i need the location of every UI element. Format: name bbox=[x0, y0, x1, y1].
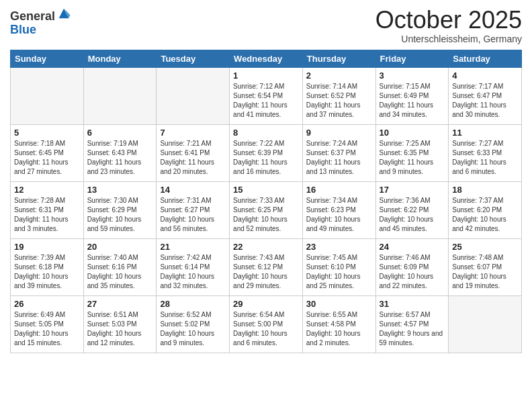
month-title: October 2025 bbox=[375, 7, 522, 34]
day-number: 28 bbox=[160, 299, 226, 309]
calendar-cell: 2Sunrise: 7:14 AM Sunset: 6:52 PM Daylig… bbox=[302, 67, 375, 124]
day-info: Sunrise: 7:24 AM Sunset: 6:37 PM Dayligh… bbox=[306, 139, 372, 177]
header-tuesday: Tuesday bbox=[157, 50, 230, 67]
calendar-week-2: 5Sunrise: 7:18 AM Sunset: 6:45 PM Daylig… bbox=[11, 124, 522, 181]
calendar-cell: 17Sunrise: 7:36 AM Sunset: 6:22 PM Dayli… bbox=[375, 181, 449, 238]
day-number: 26 bbox=[14, 299, 80, 309]
day-info: Sunrise: 7:18 AM Sunset: 6:45 PM Dayligh… bbox=[14, 139, 80, 177]
calendar-week-4: 19Sunrise: 7:39 AM Sunset: 6:18 PM Dayli… bbox=[11, 238, 522, 295]
logo-blue: Blue bbox=[10, 24, 71, 37]
day-number: 16 bbox=[306, 185, 372, 195]
calendar-week-5: 26Sunrise: 6:49 AM Sunset: 5:05 PM Dayli… bbox=[11, 295, 522, 353]
calendar-cell bbox=[157, 67, 230, 124]
day-number: 3 bbox=[380, 71, 445, 81]
header-saturday: Saturday bbox=[449, 50, 522, 67]
day-number: 22 bbox=[233, 242, 299, 252]
calendar-table: SundayMondayTuesdayWednesdayThursdayFrid… bbox=[10, 50, 522, 353]
day-number: 5 bbox=[14, 128, 80, 138]
calendar-cell: 18Sunrise: 7:37 AM Sunset: 6:20 PM Dayli… bbox=[449, 181, 522, 238]
calendar-cell: 28Sunrise: 6:52 AM Sunset: 5:02 PM Dayli… bbox=[157, 295, 230, 353]
header-thursday: Thursday bbox=[302, 50, 375, 67]
calendar-cell: 1Sunrise: 7:12 AM Sunset: 6:54 PM Daylig… bbox=[230, 67, 303, 124]
day-info: Sunrise: 7:46 AM Sunset: 6:09 PM Dayligh… bbox=[380, 253, 445, 291]
title-block: October 2025 Unterschleissheim, Germany bbox=[375, 7, 522, 44]
logo: General Blue bbox=[10, 10, 71, 37]
day-info: Sunrise: 7:43 AM Sunset: 6:12 PM Dayligh… bbox=[233, 253, 299, 291]
day-number: 23 bbox=[306, 242, 372, 252]
day-number: 25 bbox=[452, 242, 518, 252]
day-number: 31 bbox=[380, 299, 445, 309]
day-number: 29 bbox=[233, 299, 299, 309]
calendar-cell: 8Sunrise: 7:22 AM Sunset: 6:39 PM Daylig… bbox=[230, 124, 303, 181]
day-number: 18 bbox=[452, 185, 518, 195]
calendar-header-row: SundayMondayTuesdayWednesdayThursdayFrid… bbox=[11, 50, 522, 67]
calendar-cell: 30Sunrise: 6:55 AM Sunset: 4:58 PM Dayli… bbox=[302, 295, 375, 353]
day-info: Sunrise: 7:42 AM Sunset: 6:14 PM Dayligh… bbox=[160, 253, 226, 291]
day-number: 10 bbox=[380, 128, 445, 138]
day-number: 9 bbox=[306, 128, 372, 138]
day-number: 7 bbox=[160, 128, 226, 138]
calendar-cell: 15Sunrise: 7:33 AM Sunset: 6:25 PM Dayli… bbox=[230, 181, 303, 238]
calendar-cell: 22Sunrise: 7:43 AM Sunset: 6:12 PM Dayli… bbox=[230, 238, 303, 295]
calendar-cell: 29Sunrise: 6:54 AM Sunset: 5:00 PM Dayli… bbox=[230, 295, 303, 353]
day-info: Sunrise: 6:52 AM Sunset: 5:02 PM Dayligh… bbox=[160, 310, 226, 348]
day-info: Sunrise: 7:33 AM Sunset: 6:25 PM Dayligh… bbox=[233, 196, 299, 234]
calendar-cell: 20Sunrise: 7:40 AM Sunset: 6:16 PM Dayli… bbox=[83, 238, 157, 295]
day-info: Sunrise: 6:51 AM Sunset: 5:03 PM Dayligh… bbox=[87, 310, 153, 348]
day-number: 4 bbox=[452, 71, 518, 81]
day-info: Sunrise: 7:36 AM Sunset: 6:22 PM Dayligh… bbox=[380, 196, 445, 234]
day-info: Sunrise: 7:15 AM Sunset: 6:49 PM Dayligh… bbox=[380, 82, 445, 120]
day-info: Sunrise: 7:27 AM Sunset: 6:33 PM Dayligh… bbox=[452, 139, 518, 177]
logo-general: General bbox=[10, 10, 55, 24]
calendar-cell: 31Sunrise: 6:57 AM Sunset: 4:57 PM Dayli… bbox=[375, 295, 449, 353]
calendar-cell: 14Sunrise: 7:31 AM Sunset: 6:27 PM Dayli… bbox=[157, 181, 230, 238]
calendar-cell: 19Sunrise: 7:39 AM Sunset: 6:18 PM Dayli… bbox=[11, 238, 84, 295]
day-info: Sunrise: 7:48 AM Sunset: 6:07 PM Dayligh… bbox=[452, 253, 518, 291]
day-info: Sunrise: 7:31 AM Sunset: 6:27 PM Dayligh… bbox=[160, 196, 226, 234]
day-number: 11 bbox=[452, 128, 518, 138]
header-sunday: Sunday bbox=[11, 50, 84, 67]
day-info: Sunrise: 7:28 AM Sunset: 6:31 PM Dayligh… bbox=[14, 196, 80, 234]
day-info: Sunrise: 7:14 AM Sunset: 6:52 PM Dayligh… bbox=[306, 82, 372, 120]
day-number: 17 bbox=[380, 185, 445, 195]
page-header: General Blue October 2025 Unterschleissh… bbox=[10, 7, 522, 44]
day-number: 20 bbox=[87, 242, 153, 252]
day-number: 6 bbox=[87, 128, 153, 138]
header-friday: Friday bbox=[375, 50, 449, 67]
day-info: Sunrise: 6:54 AM Sunset: 5:00 PM Dayligh… bbox=[233, 310, 299, 348]
day-info: Sunrise: 7:45 AM Sunset: 6:10 PM Dayligh… bbox=[306, 253, 372, 291]
day-info: Sunrise: 6:55 AM Sunset: 4:58 PM Dayligh… bbox=[306, 310, 372, 348]
day-info: Sunrise: 7:34 AM Sunset: 6:23 PM Dayligh… bbox=[306, 196, 372, 234]
header-monday: Monday bbox=[83, 50, 157, 67]
calendar-cell: 23Sunrise: 7:45 AM Sunset: 6:10 PM Dayli… bbox=[302, 238, 375, 295]
day-number: 15 bbox=[233, 185, 299, 195]
calendar-cell: 4Sunrise: 7:17 AM Sunset: 6:47 PM Daylig… bbox=[449, 67, 522, 124]
calendar-cell bbox=[449, 295, 522, 353]
day-number: 19 bbox=[14, 242, 80, 252]
day-number: 13 bbox=[87, 185, 153, 195]
day-info: Sunrise: 7:30 AM Sunset: 6:29 PM Dayligh… bbox=[87, 196, 153, 234]
day-info: Sunrise: 7:22 AM Sunset: 6:39 PM Dayligh… bbox=[233, 139, 299, 177]
calendar-cell: 25Sunrise: 7:48 AM Sunset: 6:07 PM Dayli… bbox=[449, 238, 522, 295]
calendar-cell bbox=[83, 67, 157, 124]
day-info: Sunrise: 7:12 AM Sunset: 6:54 PM Dayligh… bbox=[233, 82, 299, 120]
calendar-cell: 24Sunrise: 7:46 AM Sunset: 6:09 PM Dayli… bbox=[375, 238, 449, 295]
day-info: Sunrise: 7:37 AM Sunset: 6:20 PM Dayligh… bbox=[452, 196, 518, 234]
day-info: Sunrise: 6:57 AM Sunset: 4:57 PM Dayligh… bbox=[380, 310, 445, 348]
calendar-cell: 21Sunrise: 7:42 AM Sunset: 6:14 PM Dayli… bbox=[157, 238, 230, 295]
day-info: Sunrise: 6:49 AM Sunset: 5:05 PM Dayligh… bbox=[14, 310, 80, 348]
day-info: Sunrise: 7:21 AM Sunset: 6:41 PM Dayligh… bbox=[160, 139, 226, 177]
calendar-cell: 10Sunrise: 7:25 AM Sunset: 6:35 PM Dayli… bbox=[375, 124, 449, 181]
calendar-cell: 11Sunrise: 7:27 AM Sunset: 6:33 PM Dayli… bbox=[449, 124, 522, 181]
calendar-week-1: 1Sunrise: 7:12 AM Sunset: 6:54 PM Daylig… bbox=[11, 67, 522, 124]
calendar-cell bbox=[11, 67, 84, 124]
header-wednesday: Wednesday bbox=[230, 50, 303, 67]
calendar-cell: 27Sunrise: 6:51 AM Sunset: 5:03 PM Dayli… bbox=[83, 295, 157, 353]
day-number: 12 bbox=[14, 185, 80, 195]
day-info: Sunrise: 7:19 AM Sunset: 6:43 PM Dayligh… bbox=[87, 139, 153, 177]
calendar-cell: 26Sunrise: 6:49 AM Sunset: 5:05 PM Dayli… bbox=[11, 295, 84, 353]
day-info: Sunrise: 7:17 AM Sunset: 6:47 PM Dayligh… bbox=[452, 82, 518, 120]
calendar-cell: 9Sunrise: 7:24 AM Sunset: 6:37 PM Daylig… bbox=[302, 124, 375, 181]
calendar-cell: 7Sunrise: 7:21 AM Sunset: 6:41 PM Daylig… bbox=[157, 124, 230, 181]
calendar-cell: 3Sunrise: 7:15 AM Sunset: 6:49 PM Daylig… bbox=[375, 67, 449, 124]
